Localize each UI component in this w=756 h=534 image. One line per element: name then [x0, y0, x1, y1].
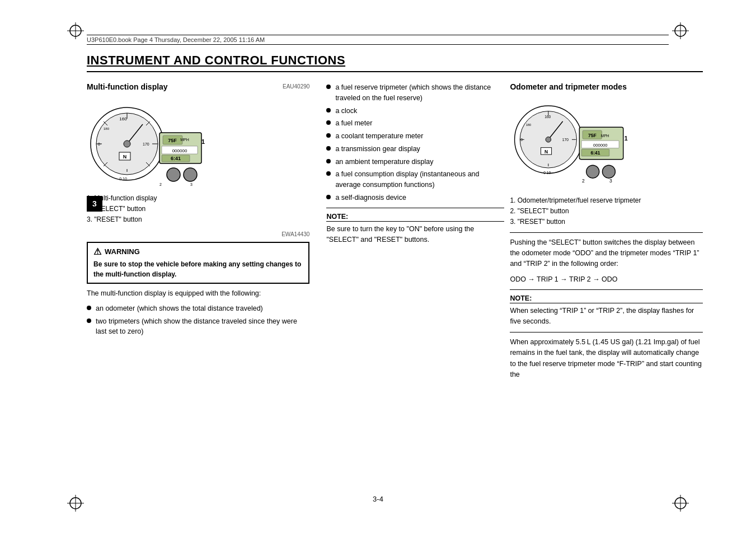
odo-labels: 1. Odometer/tripmeter/fuel reserve tripm…: [510, 195, 703, 228]
svg-text:N: N: [544, 149, 548, 154]
svg-text:180: 180: [104, 127, 110, 130]
bullet-icon: [326, 171, 331, 176]
main-content: INSTRUMENT AND CONTROL FUNCTIONS Multi-f…: [87, 53, 703, 489]
corner-mark-tr: [672, 22, 689, 39]
right-column: a fuel reserve tripmeter (which shows th…: [321, 82, 703, 385]
corner-mark-bl: [67, 495, 84, 512]
svg-text:2: 2: [583, 178, 585, 184]
warning-header: ⚠ WARNING: [93, 246, 303, 257]
svg-text:6:41: 6:41: [171, 156, 181, 161]
odo-flow: ODO → TRIP 1 → TRIP 2 → ODO: [510, 274, 703, 285]
svg-text:0: 0: [521, 138, 523, 142]
right-inner: a fuel reserve tripmeter (which shows th…: [326, 82, 703, 385]
corner-mark-tl: [67, 22, 84, 39]
svg-text:180: 180: [526, 123, 532, 127]
svg-text:160: 160: [119, 116, 127, 121]
odo-section: Odometer and tripmeter modes: [510, 82, 703, 385]
svg-text:MPH: MPH: [180, 138, 189, 142]
right-bullet-list: a fuel reserve tripmeter (which shows th…: [326, 82, 504, 203]
bullet-icon: [326, 159, 331, 163]
svg-text:170: 170: [143, 142, 149, 146]
warning-triangle-icon: ⚠: [93, 246, 101, 257]
page: U3P610E0.book Page 4 Thursday, December …: [0, 0, 756, 534]
odo-sub-heading: Odometer and tripmeter modes: [510, 82, 703, 91]
svg-text:75F: 75F: [168, 138, 177, 143]
svg-text:3: 3: [190, 182, 192, 186]
warning-box: ⚠ WARNING Be sure to stop the vehicle be…: [87, 242, 309, 284]
odo-body-text2: When approximately 5.5 L (1.45 US gal) (…: [510, 337, 703, 381]
svg-text:1: 1: [201, 138, 205, 145]
page-number: 3-4: [373, 495, 383, 503]
svg-text:2: 2: [159, 182, 162, 186]
svg-text:1: 1: [624, 135, 628, 142]
list-item: a fuel reserve tripmeter (which shows th…: [326, 82, 504, 104]
eau-code: EAU40290: [283, 83, 309, 90]
svg-point-40: [167, 168, 180, 181]
corner-mark-br: [672, 495, 689, 512]
warning-text: Be sure to stop the vehicle before makin…: [93, 259, 303, 279]
svg-point-56: [546, 137, 552, 143]
note-label-1: NOTE:: [326, 213, 504, 222]
list-item: a transmission gear display: [326, 144, 504, 154]
file-header-text: U3P610E0.book Page 4 Thursday, December …: [87, 36, 265, 43]
svg-point-41: [184, 168, 197, 181]
list-item: a self-diagnosis device: [326, 193, 504, 203]
svg-text:0 10: 0 10: [544, 171, 551, 175]
list-item: a coolant temperature meter: [326, 131, 504, 142]
svg-text:170: 170: [562, 138, 569, 142]
left-bullet-list: an odometer (which shows the total dista…: [87, 303, 309, 337]
bullet-icon: [326, 195, 331, 199]
svg-text:3: 3: [609, 178, 612, 184]
bullet-icon: [326, 108, 331, 113]
svg-text:6:41: 6:41: [591, 150, 600, 156]
ewa-code: EWA14430: [87, 231, 309, 237]
diagram-labels: 1. Multi-function display 2. "SELECT" bu…: [87, 193, 309, 226]
svg-text:N: N: [123, 154, 127, 160]
bullet-icon: [326, 146, 331, 151]
note-label-2: NOTE:: [510, 294, 703, 303]
left-sub-heading: Multi-function display: [87, 82, 168, 91]
list-item: a clock: [326, 106, 504, 116]
left-column: Multi-function display EAU40290: [87, 82, 321, 385]
columns: Multi-function display EAU40290: [87, 82, 703, 385]
note-text-1: Be sure to turn the key to "ON" before u…: [326, 224, 504, 246]
svg-text:160: 160: [545, 115, 551, 119]
right-bullets-section: a fuel reserve tripmeter (which shows th…: [326, 82, 504, 385]
svg-text:0 10: 0 10: [119, 177, 127, 181]
main-heading: INSTRUMENT AND CONTROL FUNCTIONS: [87, 53, 703, 72]
list-item: a fuel meter: [326, 118, 504, 129]
note-text-2: When selecting “TRIP 1” or “TRIP 2”, the…: [510, 306, 703, 327]
svg-text:0: 0: [98, 142, 100, 146]
svg-point-68: [586, 165, 599, 178]
list-item: an ambient temperature display: [326, 157, 504, 167]
svg-text:000000: 000000: [172, 148, 187, 153]
odo-diagram: 160 0 10 0 170 180 N: [510, 96, 633, 191]
svg-point-69: [603, 165, 616, 178]
list-item: two tripmeters (which show the distance …: [87, 316, 309, 338]
bullet-icon: [326, 133, 331, 138]
bullet-icon: [326, 120, 331, 125]
instrument-diagram: 160 0 10 0 170 180 N: [87, 99, 210, 189]
list-item: a fuel consumption display (instantaneou…: [326, 169, 504, 190]
body-text-equipped: The multi-function display is equipped w…: [87, 288, 309, 299]
file-header: U3P610E0.book Page 4 Thursday, December …: [87, 35, 669, 45]
bullet-icon: [87, 318, 91, 323]
odo-body-text1: Pushing the “SELECT” button switches the…: [510, 237, 703, 270]
svg-text:000000: 000000: [593, 143, 608, 148]
bullet-icon: [87, 306, 91, 310]
svg-text:75F: 75F: [588, 133, 597, 138]
note-section-2: NOTE: When selecting “TRIP 1” or “TRIP 2…: [510, 294, 703, 327]
list-item: an odometer (which shows the total dista…: [87, 303, 309, 314]
svg-point-28: [124, 140, 130, 147]
bullet-icon: [326, 85, 331, 89]
svg-text:MPH: MPH: [601, 134, 609, 138]
note-section-1: NOTE: Be sure to turn the key to "ON" be…: [326, 213, 504, 246]
